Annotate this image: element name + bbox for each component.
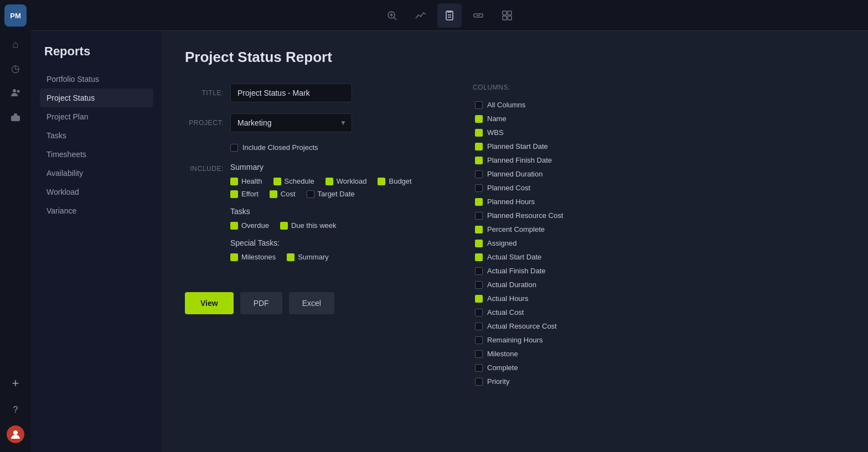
user-avatar[interactable] xyxy=(7,425,24,443)
col-planned-resource-cost-checkbox[interactable] xyxy=(475,212,483,220)
summary-workload-item[interactable]: Workload xyxy=(326,177,367,185)
include-content: Summary Health Schedule xyxy=(230,163,451,270)
column-planned-resource-cost[interactable]: Planned Resource Cost xyxy=(473,209,628,222)
col-actual-resource-cost-checkbox[interactable] xyxy=(475,323,483,330)
col-name-checkbox[interactable] xyxy=(475,115,483,123)
project-select[interactable]: Marketing Sales Engineering Design xyxy=(230,113,352,132)
summary-cost-item[interactable]: Cost xyxy=(270,190,296,198)
col-planned-hours-checkbox[interactable] xyxy=(475,198,483,206)
col-assigned-checkbox[interactable] xyxy=(475,240,483,247)
analytics-toolbar-btn[interactable] xyxy=(409,3,433,28)
sidebar-item-portfolio-status[interactable]: Portfolio Status xyxy=(40,70,153,89)
column-actual-cost[interactable]: Actual Cost xyxy=(473,305,628,319)
col-planned-finish-date-checkbox[interactable] xyxy=(475,157,483,164)
col-planned-cost-checkbox[interactable] xyxy=(475,184,483,192)
col-complete-checkbox[interactable] xyxy=(475,364,483,372)
summary-budget-item[interactable]: Budget xyxy=(378,177,411,185)
col-actual-cost-checkbox[interactable] xyxy=(475,309,483,316)
summary-schedule-label: Schedule xyxy=(285,177,314,185)
summary-schedule-item[interactable]: Schedule xyxy=(273,177,314,185)
col-wbs-checkbox[interactable] xyxy=(475,129,483,137)
column-actual-start-date[interactable]: Actual Start Date xyxy=(473,250,628,264)
col-planned-duration-checkbox[interactable] xyxy=(475,170,483,178)
history-nav-icon[interactable]: ◷ xyxy=(4,58,27,80)
summary-effort-checkbox[interactable] xyxy=(230,190,238,198)
column-planned-cost[interactable]: Planned Cost xyxy=(473,181,628,195)
col-all-columns-checkbox[interactable] xyxy=(475,101,483,109)
tasks-due-this-week-item[interactable]: Due this week xyxy=(280,221,337,230)
special-milestones-label: Milestones xyxy=(241,253,276,261)
col-priority-checkbox[interactable] xyxy=(475,378,483,386)
logo-button[interactable]: PM xyxy=(4,4,27,27)
summary-budget-checkbox[interactable] xyxy=(378,178,385,185)
excel-button[interactable]: Excel xyxy=(289,292,334,314)
sidebar-item-availability[interactable]: Availability xyxy=(40,164,153,183)
home-nav-icon[interactable]: ⌂ xyxy=(4,33,27,55)
column-planned-hours[interactable]: Planned Hours xyxy=(473,195,628,209)
layout-toolbar-btn[interactable] xyxy=(495,3,519,28)
title-input[interactable] xyxy=(230,84,352,102)
briefcase-nav-icon[interactable] xyxy=(4,106,27,128)
column-assigned[interactable]: Assigned xyxy=(473,236,628,250)
special-milestones-item[interactable]: Milestones xyxy=(230,253,276,261)
col-actual-start-date-checkbox[interactable] xyxy=(475,253,483,261)
view-button[interactable]: View xyxy=(185,292,234,314)
search-zoom-toolbar-btn[interactable] xyxy=(380,3,404,28)
summary-target-date-item[interactable]: Target Date xyxy=(307,190,355,198)
special-summary-item[interactable]: Summary xyxy=(287,253,329,261)
sidebar-item-variance[interactable]: Variance xyxy=(40,201,153,220)
summary-health-checkbox[interactable] xyxy=(230,178,238,185)
include-closed-checkbox[interactable] xyxy=(230,144,238,152)
col-assigned-label: Assigned xyxy=(487,239,516,247)
clipboard-toolbar-btn[interactable] xyxy=(437,3,462,28)
sidebar-item-project-plan[interactable]: Project Plan xyxy=(40,107,153,126)
column-wbs[interactable]: WBS xyxy=(473,126,628,139)
summary-workload-checkbox[interactable] xyxy=(326,178,333,185)
summary-health-item[interactable]: Health xyxy=(230,177,262,185)
summary-effort-item[interactable]: Effort xyxy=(230,190,259,198)
summary-health-label: Health xyxy=(241,177,262,185)
people-nav-icon[interactable] xyxy=(4,82,27,104)
sidebar-item-project-status[interactable]: Project Status xyxy=(40,89,153,107)
column-remaining-hours[interactable]: Remaining Hours xyxy=(473,333,628,347)
col-remaining-hours-checkbox[interactable] xyxy=(475,336,483,344)
column-name[interactable]: Name xyxy=(473,112,628,126)
special-milestones-checkbox[interactable] xyxy=(230,253,238,261)
column-percent-complete[interactable]: Percent Complete xyxy=(473,222,628,236)
pdf-button[interactable]: PDF xyxy=(240,292,282,314)
column-planned-start-date[interactable]: Planned Start Date xyxy=(473,139,628,153)
column-actual-hours[interactable]: Actual Hours xyxy=(473,292,628,305)
col-planned-start-date-checkbox[interactable] xyxy=(475,143,483,150)
link-toolbar-btn[interactable] xyxy=(466,3,490,28)
col-milestone-checkbox[interactable] xyxy=(475,350,483,358)
sidebar-item-tasks[interactable]: Tasks xyxy=(40,126,153,145)
column-priority[interactable]: Priority xyxy=(473,375,628,388)
special-summary-checkbox[interactable] xyxy=(287,253,294,261)
col-actual-hours-checkbox[interactable] xyxy=(475,295,483,303)
col-percent-complete-checkbox[interactable] xyxy=(475,226,483,233)
column-all-columns[interactable]: All Columns xyxy=(473,98,628,112)
column-actual-finish-date[interactable]: Actual Finish Date xyxy=(473,264,628,278)
sidebar-item-workload[interactable]: Workload xyxy=(40,183,153,201)
col-actual-finish-date-checkbox[interactable] xyxy=(475,267,483,275)
help-nav-icon[interactable]: ? xyxy=(4,399,27,421)
summary-effort-label: Effort xyxy=(241,190,259,198)
sidebar-item-timesheets[interactable]: Timesheets xyxy=(40,145,153,164)
tasks-due-this-week-checkbox[interactable] xyxy=(280,222,288,230)
column-planned-finish-date[interactable]: Planned Finish Date xyxy=(473,153,628,167)
tasks-overdue-checkbox[interactable] xyxy=(230,222,238,230)
summary-target-date-checkbox[interactable] xyxy=(307,190,314,198)
column-milestone[interactable]: Milestone xyxy=(473,347,628,361)
column-actual-duration[interactable]: Actual Duration xyxy=(473,278,628,292)
tasks-overdue-item[interactable]: Overdue xyxy=(230,221,269,230)
summary-cost-checkbox[interactable] xyxy=(270,190,277,198)
column-planned-duration[interactable]: Planned Duration xyxy=(473,167,628,181)
summary-label: Summary xyxy=(230,163,451,172)
column-complete[interactable]: Complete xyxy=(473,361,628,375)
summary-schedule-checkbox[interactable] xyxy=(273,178,281,185)
col-actual-duration-checkbox[interactable] xyxy=(475,281,483,289)
column-actual-resource-cost[interactable]: Actual Resource Cost xyxy=(473,319,628,333)
special-summary-label: Summary xyxy=(298,253,329,261)
add-nav-icon[interactable]: + xyxy=(4,372,27,394)
summary-workload-label: Workload xyxy=(337,177,367,185)
